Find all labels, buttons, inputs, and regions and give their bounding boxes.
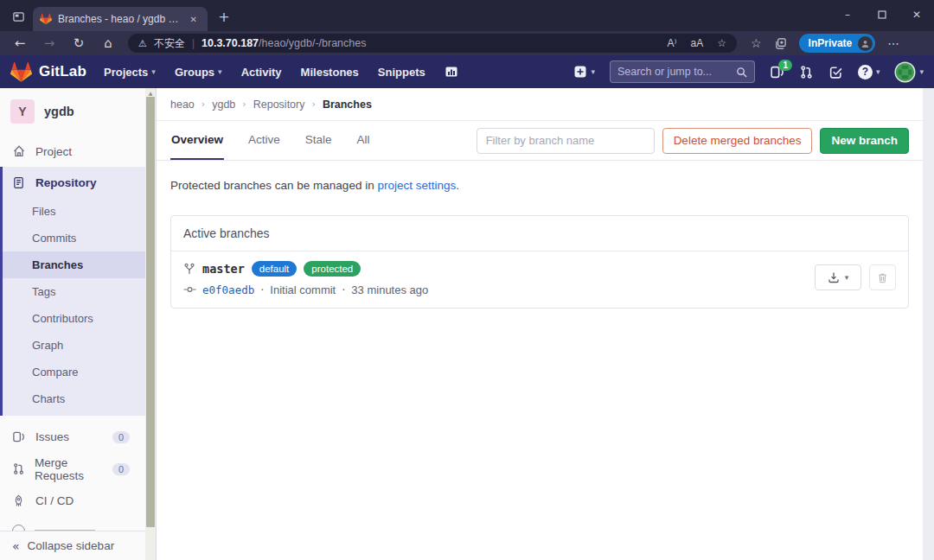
- nav-snippets[interactable]: Snippets: [378, 66, 425, 79]
- add-favorites-star-icon[interactable]: ☆: [717, 37, 726, 49]
- inprivate-label: InPrivate: [809, 37, 853, 49]
- panel-title: Active branches: [171, 216, 908, 251]
- issues-nav-button[interactable]: 1: [770, 65, 784, 80]
- issues-icon: [12, 430, 26, 443]
- browser-tab[interactable]: Branches - heao / ygdb · GitLab ✕: [33, 7, 208, 31]
- maximize-button[interactable]: [865, 0, 899, 29]
- sidebar-item-repository[interactable]: Repository: [0, 167, 145, 198]
- brand-name: GitLab: [39, 63, 86, 80]
- sidebar-item-compare[interactable]: Compare: [0, 359, 145, 385]
- gitlab-navbar: GitLab Projects▾ Groups▾ Activity Milest…: [0, 55, 934, 88]
- url-text[interactable]: 10.3.70.187/heao/ygdb/-/branches: [202, 37, 366, 49]
- breadcrumb-ygdb[interactable]: ygdb: [212, 99, 235, 111]
- repository-doc-icon: [12, 176, 26, 189]
- minimize-button[interactable]: –: [830, 0, 865, 29]
- commit-sha-link[interactable]: e0f0aedb: [202, 283, 254, 296]
- scroll-up-arrow-icon[interactable]: ▲: [145, 88, 156, 97]
- tab-all[interactable]: All: [356, 121, 371, 160]
- new-tab-button[interactable]: +: [213, 5, 235, 28]
- collapse-chevrons-icon: «: [12, 539, 20, 553]
- chevron-down-icon: ▾: [845, 273, 849, 282]
- dot-separator: ·: [342, 283, 345, 296]
- browser-toolbar: ← → ↻ ⌂ ⚠ 不安全 | 10.3.70.187/heao/ygdb/-/…: [0, 31, 934, 55]
- issues-count-badge: 0: [112, 431, 130, 443]
- close-window-button[interactable]: ✕: [899, 0, 934, 29]
- browser-menu-icon[interactable]: ⋯: [887, 36, 899, 50]
- search-input[interactable]: [617, 66, 736, 78]
- sidebar-item-commits[interactable]: Commits: [0, 225, 145, 251]
- tab-actions-icon[interactable]: [7, 5, 29, 28]
- branches-toolbar: Overview Active Stale All Delete merged …: [157, 121, 923, 161]
- download-branch-dropdown[interactable]: ▾: [815, 264, 861, 290]
- project-avatar: Y: [10, 99, 35, 124]
- user-menu-button[interactable]: ▾: [894, 61, 924, 83]
- filter-branch-input[interactable]: [477, 128, 655, 154]
- sidebar-scrollbar[interactable]: ▲: [145, 88, 156, 560]
- nav-groups[interactable]: Groups▾: [175, 66, 222, 79]
- chevron-down-icon: ▾: [919, 67, 924, 76]
- delete-merged-branches-button[interactable]: Delete merged branches: [662, 128, 813, 154]
- read-aloud-icon[interactable]: A⁾: [668, 37, 677, 49]
- favorites-icon[interactable]: ☆: [751, 36, 762, 50]
- breadcrumb: heao › ygdb › Repository › Branches: [157, 88, 923, 121]
- git-branch-icon: [183, 263, 195, 275]
- page-scrollbar-track[interactable]: [923, 88, 934, 560]
- branch-row: master default protected e0f0aedb · Init…: [171, 251, 908, 308]
- default-badge: default: [252, 261, 297, 277]
- tab-overview[interactable]: Overview: [170, 121, 224, 160]
- sidebar-item-cicd[interactable]: CI / CD: [0, 485, 145, 517]
- sidebar-item-graph[interactable]: Graph: [0, 332, 145, 359]
- nav-activity[interactable]: Activity: [241, 66, 282, 79]
- tab-active[interactable]: Active: [247, 121, 281, 160]
- refresh-icon[interactable]: ↻: [66, 33, 92, 54]
- nav-milestones[interactable]: Milestones: [301, 66, 359, 79]
- chevron-down-icon: ▾: [591, 67, 595, 76]
- sidebar-item-merge-requests[interactable]: Merge Requests 0: [0, 453, 145, 485]
- commit-time: 33 minutes ago: [351, 283, 428, 296]
- sidebar-item-project[interactable]: Project: [0, 136, 145, 167]
- scrollbar-thumb[interactable]: [146, 97, 155, 527]
- address-bar[interactable]: ⚠ 不安全 | 10.3.70.187/heao/ygdb/-/branches…: [128, 34, 737, 53]
- branch-name[interactable]: master: [202, 262, 245, 276]
- breadcrumb-repository[interactable]: Repository: [253, 99, 305, 111]
- sidebar-item-charts[interactable]: Charts: [0, 385, 145, 412]
- gitlab-logo[interactable]: GitLab: [10, 61, 86, 83]
- project-settings-link[interactable]: project settings: [377, 179, 456, 192]
- sidebar-item-branches[interactable]: Branches: [0, 251, 145, 278]
- address-divider: |: [192, 37, 195, 49]
- inprivate-badge[interactable]: InPrivate: [799, 34, 876, 53]
- sidebar-item-contributors[interactable]: Contributors: [0, 305, 145, 332]
- new-menu-button[interactable]: ▾: [573, 65, 595, 79]
- collapse-sidebar-button[interactable]: « Collapse sidebar: [0, 531, 145, 560]
- collections-icon[interactable]: [774, 37, 787, 50]
- tab-close-icon[interactable]: ✕: [187, 13, 201, 26]
- collapse-label: Collapse sidebar: [28, 539, 115, 552]
- nav-projects[interactable]: Projects▾: [104, 66, 156, 79]
- translate-icon[interactable]: aA: [691, 37, 704, 49]
- home-icon[interactable]: ⌂: [95, 33, 121, 54]
- sidebar-item-tags[interactable]: Tags: [0, 278, 145, 305]
- breadcrumb-branches: Branches: [323, 99, 372, 111]
- breadcrumb-heao[interactable]: heao: [170, 99, 195, 111]
- todos-nav-button[interactable]: [828, 65, 843, 80]
- global-search[interactable]: [610, 60, 755, 83]
- project-header[interactable]: Y ygdb: [0, 88, 145, 136]
- security-label[interactable]: 不安全: [154, 36, 185, 51]
- merge-requests-nav-button[interactable]: [799, 65, 814, 80]
- merge-request-icon: [12, 462, 25, 475]
- sidebar-item-label: Repository: [35, 176, 97, 189]
- repository-section: Repository Files Commits Branches Tags C…: [0, 167, 145, 416]
- sidebar-item-issues[interactable]: Issues 0: [0, 421, 145, 453]
- sidebar-item-label: Project: [35, 145, 72, 158]
- analytics-chart-icon[interactable]: [445, 65, 458, 79]
- sidebar-item-files[interactable]: Files: [0, 198, 145, 225]
- chevron-down-icon: ▾: [151, 67, 156, 76]
- breadcrumb-separator: ›: [202, 99, 205, 110]
- help-menu-button[interactable]: ? ▾: [858, 65, 880, 80]
- back-icon[interactable]: ←: [7, 33, 33, 54]
- new-branch-button[interactable]: New branch: [820, 128, 909, 154]
- tab-stale[interactable]: Stale: [304, 121, 333, 160]
- merge-request-icon: [799, 65, 814, 80]
- commit-message: Initial commit: [270, 283, 336, 296]
- trash-icon: [877, 272, 888, 283]
